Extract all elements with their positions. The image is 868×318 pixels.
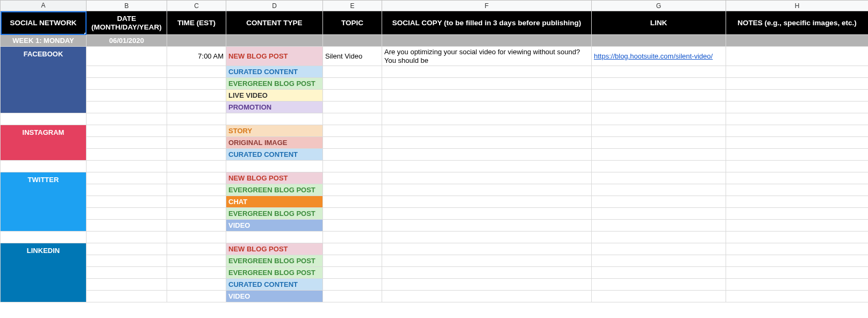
cell[interactable] [592,291,726,302]
cell[interactable] [592,102,726,113]
network-twitter[interactable]: TWITTER [1,172,87,232]
col-B[interactable]: B [87,1,167,11]
cell[interactable] [87,113,167,125]
cell[interactable] [323,291,382,302]
cell-time[interactable]: 7:00 AM [167,47,226,66]
cell[interactable] [167,184,226,196]
table-row[interactable]: EVERGREEN BLOG POST [1,78,869,90]
cell[interactable] [87,66,167,78]
table-row[interactable] [1,232,869,243]
table-row[interactable]: EVERGREEN BLOG POST [1,184,869,196]
cell[interactable] [726,35,869,47]
cell[interactable] [592,184,726,196]
network-instagram[interactable]: INSTAGRAM [1,125,87,161]
cell[interactable] [87,291,167,302]
cell[interactable] [726,137,869,149]
cell[interactable] [87,243,167,255]
table-row[interactable]: ORIGINAL IMAGE [1,137,869,149]
content-type-cell[interactable]: EVERGREEN BLOG POST [226,184,323,196]
header-topic[interactable]: TOPIC [323,11,382,35]
cell[interactable] [382,279,592,291]
cell[interactable] [87,255,167,267]
cell[interactable] [87,279,167,291]
cell-copy[interactable]: Are you optimizing your social video for… [382,47,592,66]
cell[interactable] [592,243,726,255]
cell[interactable] [167,208,226,220]
cell[interactable] [167,172,226,184]
cell[interactable] [323,267,382,279]
table-row[interactable]: CURATED CONTENT [1,66,869,78]
content-type-cell[interactable]: NEW BLOG POST [226,243,323,255]
cell[interactable] [226,232,323,243]
content-type-cell[interactable]: ORIGINAL IMAGE [226,137,323,149]
network-linkedin[interactable]: LINKEDIN [1,243,87,302]
cell[interactable] [726,208,869,220]
cell[interactable] [382,149,592,161]
cell[interactable] [323,66,382,78]
cell[interactable] [167,137,226,149]
cell[interactable] [167,125,226,137]
table-row[interactable]: EVERGREEN BLOG POST [1,255,869,267]
cell[interactable] [87,208,167,220]
cell[interactable] [726,47,869,66]
cell[interactable] [87,102,167,113]
cell[interactable] [323,113,382,125]
cell[interactable] [382,255,592,267]
col-D[interactable]: D [226,1,323,11]
table-row[interactable]: TWITTER NEW BLOG POST [1,172,869,184]
spreadsheet-grid[interactable]: A B C D E F G H SOCIAL NETWORK DATE (MON… [0,0,868,302]
cell[interactable] [382,172,592,184]
cell[interactable] [726,66,869,78]
cell[interactable] [167,279,226,291]
cell[interactable] [726,255,869,267]
cell[interactable] [382,208,592,220]
cell[interactable] [87,47,167,66]
cell[interactable] [382,220,592,232]
network-facebook[interactable]: FACEBOOK [1,47,87,113]
content-type-cell[interactable]: NEW BLOG POST [226,172,323,184]
cell-topic[interactable]: Silent Video [323,47,382,66]
cell[interactable] [726,279,869,291]
content-type-cell[interactable]: CURATED CONTENT [226,66,323,78]
col-A[interactable]: A [1,1,87,11]
cell[interactable] [323,90,382,102]
cell[interactable] [382,137,592,149]
cell[interactable] [323,172,382,184]
cell[interactable] [382,90,592,102]
cell[interactable] [1,113,87,125]
cell[interactable] [592,125,726,137]
cell[interactable] [592,113,726,125]
cell[interactable] [592,208,726,220]
content-type-cell[interactable]: CURATED CONTENT [226,279,323,291]
cell[interactable] [592,78,726,90]
cell[interactable] [382,125,592,137]
cell[interactable] [592,35,726,47]
content-type-cell[interactable]: CURATED CONTENT [226,149,323,161]
table-row[interactable]: VIDEO [1,220,869,232]
table-row[interactable]: VIDEO [1,291,869,302]
cell[interactable] [592,90,726,102]
cell[interactable] [323,196,382,208]
week-row[interactable]: WEEK 1: MONDAY 06/01/2020 [1,35,869,47]
cell[interactable] [323,35,382,47]
cell[interactable] [87,149,167,161]
cell[interactable] [323,255,382,267]
col-C[interactable]: C [167,1,226,11]
content-type-cell[interactable]: CHAT [226,196,323,208]
table-row[interactable] [1,161,869,172]
cell[interactable] [87,184,167,196]
cell[interactable] [323,243,382,255]
cell[interactable] [167,232,226,243]
cell[interactable] [1,232,87,243]
cell[interactable] [87,172,167,184]
table-row[interactable]: CURATED CONTENT [1,149,869,161]
cell[interactable] [323,220,382,232]
cell[interactable] [382,66,592,78]
cell[interactable] [87,161,167,172]
cell[interactable] [323,279,382,291]
cell[interactable] [226,35,323,47]
table-row[interactable]: LIVE VIDEO [1,90,869,102]
cell[interactable] [167,102,226,113]
cell[interactable] [726,291,869,302]
cell[interactable] [87,267,167,279]
